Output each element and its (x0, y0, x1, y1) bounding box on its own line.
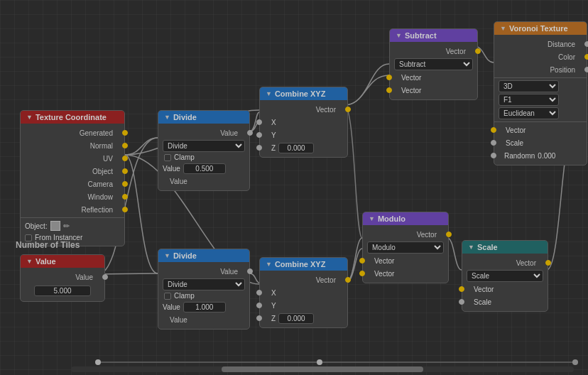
voronoi-randomn-socket[interactable] (491, 153, 496, 158)
cxyz1-x-socket[interactable] (256, 119, 262, 125)
scale-vector-in-socket[interactable] (459, 286, 464, 292)
combine-xyz2-title: Combine XYZ (275, 260, 326, 268)
voronoi-feature-row: F1 (494, 93, 587, 107)
subtract-vector-out-row: Vector (390, 45, 477, 58)
divide1-value-input[interactable] (183, 163, 226, 174)
voronoi-scale-in-socket[interactable] (491, 140, 496, 146)
cxyz1-z-socket[interactable] (256, 145, 262, 151)
divide1-value-in-socket[interactable] (247, 130, 253, 136)
collapse-icon[interactable]: ▼ (369, 215, 375, 222)
generated-row: Generated (21, 126, 124, 139)
subtract-select[interactable]: Subtract (394, 58, 473, 70)
divide1-clamp-checkbox[interactable] (164, 154, 171, 161)
voronoi-distance-row: Distance (494, 38, 587, 50)
divide2-value-out-row: Value (158, 313, 249, 326)
scrollbar-thumb[interactable] (222, 366, 423, 372)
uv-row: UV (21, 152, 124, 165)
collapse-icon[interactable]: ▼ (26, 258, 33, 265)
voronoi-scale-in-row: Scale (494, 136, 587, 149)
subtract-vector1-in-row: Vector (390, 71, 477, 84)
window-socket[interactable] (122, 194, 128, 200)
object-socket[interactable] (122, 168, 128, 174)
texture-coordinate-body: Generated Normal UV Object Camera Window… (21, 124, 124, 246)
value-title: Value (36, 257, 56, 266)
divide2-select[interactable]: Divide (163, 278, 245, 290)
voronoi-dim-select[interactable]: 3D (499, 80, 559, 92)
divide1-title: Divide (173, 113, 197, 121)
scale-select[interactable]: Scale (467, 270, 543, 282)
collapse-icon[interactable]: ▼ (164, 252, 170, 259)
horizontal-scrollbar[interactable] (71, 366, 574, 372)
generated-socket[interactable] (122, 130, 128, 136)
divide1-select[interactable]: Divide (163, 140, 245, 152)
modulo-vector-out-socket[interactable] (446, 232, 452, 237)
subtract-node: ▼ Subtract Vector Subtract Vector Vector (389, 28, 478, 100)
combine-xyz2-node: ▼ Combine XYZ Vector X Y Z (259, 257, 348, 328)
combine-xyz1-node: ▼ Combine XYZ Vector X Y Z (259, 87, 348, 158)
pencil-icon[interactable]: ✏ (63, 222, 70, 231)
voronoi-distance-select[interactable]: Euclidean (499, 107, 559, 119)
divide2-value-in-socket[interactable] (247, 268, 253, 274)
scale-scale-in-socket[interactable] (459, 299, 464, 305)
collapse-icon[interactable]: ▼ (500, 25, 506, 32)
modulo-vector2-in-row: Vector (363, 267, 448, 280)
voronoi-distance-socket[interactable] (584, 41, 588, 47)
cxyz1-y-socket[interactable] (256, 132, 262, 138)
reflection-row: Reflection (21, 203, 124, 216)
normal-socket[interactable] (122, 143, 128, 148)
combine-xyz1-title: Combine XYZ (275, 89, 326, 98)
modulo-select[interactable]: Modulo (367, 241, 444, 254)
divide1-body: Value Divide Clamp Value Value (158, 124, 249, 190)
cxyz2-x-row: X (260, 286, 347, 299)
cxyz2-z-input[interactable] (278, 313, 314, 324)
cxyz1-vector-out-socket[interactable] (345, 107, 351, 112)
value-input[interactable] (34, 286, 91, 296)
cxyz2-vector-out-socket[interactable] (345, 277, 351, 283)
object-icon[interactable] (50, 221, 60, 231)
cxyz2-y-socket[interactable] (256, 303, 262, 308)
cxyz2-x-socket[interactable] (256, 290, 262, 295)
subtract-body: Vector Subtract Vector Vector (390, 42, 477, 99)
voronoi-color-socket[interactable] (584, 54, 588, 60)
subtract-select-row: Subtract (390, 58, 477, 71)
uv-socket[interactable] (122, 156, 128, 161)
object-field-row: Object: ✏ (21, 219, 124, 232)
window-row: Window (21, 190, 124, 203)
scale-vector-out-socket[interactable] (545, 260, 551, 266)
scale-vector-out-row: Vector (462, 256, 548, 269)
voronoi-body: Distance Color Position 3D F1 Euclidean (494, 35, 587, 165)
voronoi-vector-in-socket[interactable] (491, 127, 496, 133)
modulo-vector-out-row: Vector (363, 228, 448, 241)
cxyz1-vector-out-row: Vector (260, 103, 347, 116)
modulo-select-row: Modulo (363, 241, 448, 254)
divide2-value-input[interactable] (183, 302, 226, 312)
camera-socket[interactable] (122, 181, 128, 187)
collapse-icon[interactable]: ▼ (26, 114, 33, 121)
reflection-socket[interactable] (122, 207, 128, 212)
value-out-row: Value (21, 271, 104, 283)
value-header: ▼ Value (21, 255, 104, 268)
collapse-icon[interactable]: ▼ (266, 261, 272, 268)
cxyz2-z-socket[interactable] (256, 315, 262, 321)
voronoi-position-row: Position (494, 63, 587, 76)
subtract-vector2-in-socket[interactable] (386, 87, 392, 93)
subtract-vector-out-socket[interactable] (475, 48, 481, 54)
divide1-value-out-row: Value (158, 175, 249, 188)
scale-vector-in-row: Vector (462, 283, 548, 295)
collapse-icon[interactable]: ▼ (468, 244, 474, 251)
collapse-icon[interactable]: ▼ (396, 32, 402, 39)
modulo-vector2-in-socket[interactable] (359, 271, 365, 276)
divide1-node: ▼ Divide Value Divide Clamp Value Value (158, 110, 250, 191)
divide2-clamp-checkbox[interactable] (164, 293, 171, 300)
voronoi-feature-select[interactable]: F1 (499, 94, 559, 106)
voronoi-distance-type-row: Euclidean (494, 107, 587, 120)
cxyz1-z-input[interactable] (278, 143, 314, 153)
modulo-vector1-in-socket[interactable] (359, 258, 365, 263)
collapse-icon[interactable]: ▼ (266, 90, 272, 97)
collapse-icon[interactable]: ▼ (164, 114, 170, 121)
voronoi-color-row: Color (494, 50, 587, 63)
subtract-vector1-in-socket[interactable] (386, 75, 392, 80)
divide2-title: Divide (173, 251, 197, 260)
voronoi-position-socket[interactable] (584, 67, 588, 72)
value-out-socket[interactable] (102, 274, 108, 280)
